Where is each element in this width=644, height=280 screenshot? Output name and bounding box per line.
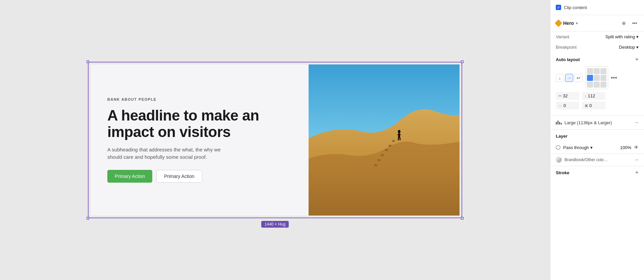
layer-section: Layer Pass through ▾ 100% 👁 Brandbook/Ot… — [550, 129, 644, 166]
breakpoint-left: Large (1136px & Larger) — [556, 120, 612, 125]
layer-right: 100% 👁 — [620, 145, 639, 150]
breakpoint-chevron: ▾ — [636, 45, 639, 50]
align-grid — [585, 66, 608, 89]
layout-direction-row: ↓ → ↩ ••• — [556, 66, 639, 89]
large-breakpoint-label: Large (1136px & Larger) — [565, 120, 612, 125]
align-cell-mr[interactable] — [600, 75, 606, 81]
dir-wrap-btn[interactable]: ↩ — [575, 74, 583, 82]
clip-content-label: Clip content — [564, 5, 587, 10]
svg-point-5 — [388, 145, 392, 147]
breakpoint-label: Breakpoint — [556, 45, 577, 50]
breakpoint-row: Breakpoint Desktop ▾ — [550, 42, 644, 52]
clip-icon: ▣ — [585, 103, 588, 108]
blend-mode-chevron: ▾ — [590, 145, 593, 150]
bar-1 — [556, 122, 557, 125]
variant-value[interactable]: Split with rating ▾ — [605, 34, 639, 39]
layer-left: Pass through ▾ — [556, 145, 593, 150]
canvas-area: BANK ABOUT PEOPLE A headline to make an … — [0, 0, 550, 280]
svg-point-3 — [381, 154, 384, 156]
dir-right-btn[interactable]: → — [565, 74, 573, 82]
blend-mode-selector[interactable]: Pass through ▾ — [563, 145, 593, 150]
target-icon-btn[interactable]: ⊕ — [620, 19, 628, 27]
outline-action-button[interactable]: Primary Action — [156, 170, 202, 183]
clip-input[interactable]: ▣ 0 — [582, 102, 605, 109]
large-breakpoint-minus-btn[interactable]: − — [635, 119, 639, 126]
padding-row: ↔ 0 ▣ 0 — [556, 102, 639, 109]
padding-value: 0 — [564, 103, 566, 108]
clip-value: 0 — [589, 103, 592, 108]
handle-bl[interactable] — [87, 217, 89, 220]
auto-layout-add-btn[interactable]: + — [635, 56, 639, 62]
svg-rect-8 — [398, 133, 400, 138]
primary-action-button[interactable]: Primary Action — [107, 170, 152, 183]
hero-subheading: A subheading that addresses the what, th… — [107, 146, 221, 161]
hero-buttons: Primary Action Primary Action — [107, 170, 292, 183]
auto-layout-header: Auto layout + — [550, 52, 644, 65]
align-cell-br[interactable] — [600, 82, 606, 88]
blend-mode-icon — [556, 145, 560, 150]
align-cell-tr[interactable] — [600, 68, 606, 74]
blend-mode-text: Pass through — [563, 145, 589, 150]
svg-point-2 — [377, 159, 381, 161]
clip-content-section: Clip content — [550, 0, 644, 15]
svg-rect-12 — [399, 138, 400, 140]
breakpoint-value[interactable]: Desktop ▾ — [619, 45, 639, 50]
bar-3 — [559, 122, 560, 125]
breakpoint-text: Desktop — [619, 45, 635, 50]
svg-rect-9 — [397, 134, 399, 135]
more-layout-btn[interactable]: ••• — [611, 75, 617, 82]
variant-label: Variant — [556, 34, 569, 39]
svg-point-4 — [385, 149, 388, 151]
handle-br[interactable] — [461, 217, 464, 220]
stroke-title: Stroke — [556, 170, 569, 175]
hero-eyebrow: BANK ABOUT PEOPLE — [107, 97, 292, 101]
svg-point-6 — [392, 140, 395, 142]
align-cell-mc[interactable] — [594, 75, 600, 81]
frame-label: 1440 × Hug — [261, 221, 289, 228]
h-spacing-icon: ⇔ — [558, 94, 561, 98]
svg-rect-10 — [399, 134, 401, 135]
variant-text: Split with rating — [605, 34, 635, 39]
v-spacing-icon: ↕ — [585, 94, 587, 98]
hero-frame: BANK ABOUT PEOPLE A headline to make an … — [91, 64, 460, 216]
padding-icon: ↔ — [558, 104, 562, 108]
dir-down-btn[interactable]: ↓ — [556, 74, 564, 82]
svg-point-7 — [398, 130, 400, 133]
handle-tr[interactable] — [461, 60, 464, 63]
align-cell-ml[interactable] — [587, 75, 593, 81]
hero-headline: A headline to make an impact on visitors — [107, 107, 292, 140]
hero-left: BANK ABOUT PEOPLE A headline to make an … — [91, 64, 309, 216]
align-cell-bl[interactable] — [587, 82, 593, 88]
visibility-icon[interactable]: 👁 — [634, 145, 639, 150]
bar-2 — [557, 121, 558, 125]
clip-content-checkbox[interactable] — [556, 5, 561, 10]
horizontal-spacing-input[interactable]: ⇔ 32 — [556, 92, 579, 100]
fill-name: Brandbook/Other colors/H... — [565, 157, 608, 162]
fill-row: Brandbook/Other colors/H... − — [550, 153, 644, 166]
fill-color-swatch[interactable] — [556, 157, 562, 163]
direction-buttons: ↓ → ↩ — [556, 74, 583, 82]
layer-header: Layer — [550, 130, 644, 141]
component-header-row: Hero ▾ ⊕ ••• — [550, 15, 644, 32]
align-cell-tc[interactable] — [594, 68, 600, 74]
align-cell-tl[interactable] — [587, 68, 593, 74]
vertical-spacing-input[interactable]: ↕ 112 — [582, 92, 605, 100]
large-breakpoint-row: Large (1136px & Larger) − — [550, 115, 644, 129]
spacing-row: ⇔ 32 ↕ 112 — [556, 92, 639, 100]
svg-rect-11 — [398, 138, 399, 140]
stroke-add-btn[interactable]: + — [635, 170, 639, 176]
layer-row: Pass through ▾ 100% 👁 — [550, 141, 644, 153]
hero-image-container — [309, 64, 460, 216]
padding-input[interactable]: ↔ 0 — [556, 102, 579, 109]
auto-layout-title: Auto layout — [556, 57, 580, 62]
more-options-btn[interactable]: ••• — [631, 19, 639, 27]
handle-tl[interactable] — [87, 60, 89, 63]
component-diamond-icon — [555, 19, 562, 27]
align-cell-bc[interactable] — [594, 82, 600, 88]
frame-container: BANK ABOUT PEOPLE A headline to make an … — [91, 64, 460, 216]
component-chevron-icon[interactable]: ▾ — [576, 21, 578, 26]
variant-row: Variant Split with rating ▾ — [550, 32, 644, 42]
fill-minus-btn[interactable]: − — [635, 156, 639, 163]
opacity-value: 100% — [620, 145, 631, 150]
svg-point-1 — [374, 164, 377, 166]
